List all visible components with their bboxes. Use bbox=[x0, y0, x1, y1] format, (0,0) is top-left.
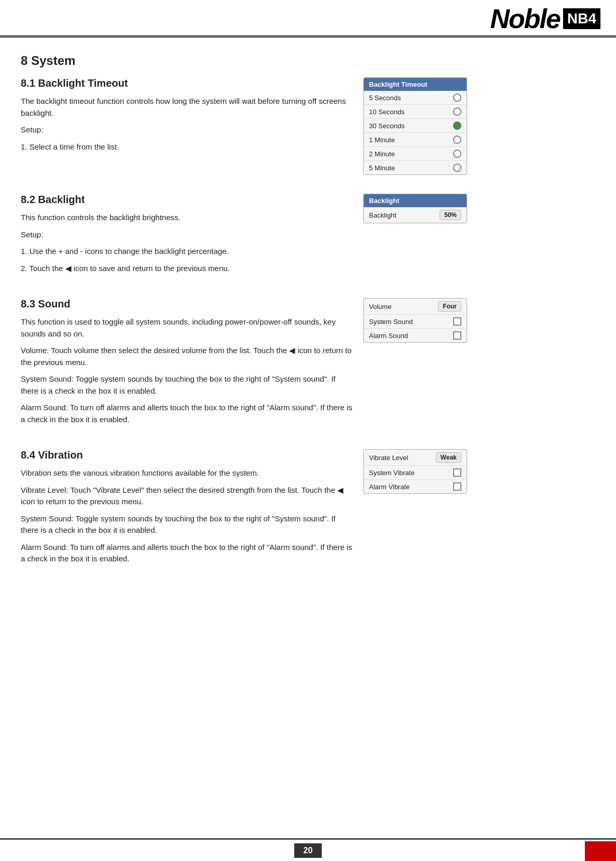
section-text-vibration: 8.4 Vibration Vibration sets the various… bbox=[21, 449, 353, 570]
widget-row-30sec[interactable]: 30 Seconds bbox=[364, 119, 467, 133]
widget-sound: Volume Four System Sound Alarm Sound bbox=[363, 298, 467, 343]
widget-row-label: 2 Minute bbox=[369, 150, 395, 158]
widget-panel-backlight-timeout: Backlight Timeout 5 Seconds 10 Seconds 3… bbox=[363, 77, 467, 175]
widget-row-label: Vibrate Level bbox=[369, 454, 408, 462]
section-title-backlight-timeout: 8.1 Backlight Timeout bbox=[21, 77, 353, 89]
section-para-1: Volume: Touch volume then select the des… bbox=[21, 345, 353, 368]
section-para-2: System Sound: Toggle system sounds by to… bbox=[21, 513, 353, 536]
widget-row-vibrate-level[interactable]: Vibrate Level Weak bbox=[364, 450, 467, 466]
widget-row-10sec[interactable]: 10 Seconds bbox=[364, 105, 467, 119]
section-para-0: This function is used to toggle all syst… bbox=[21, 316, 353, 340]
widget-header-backlight: Backlight bbox=[364, 194, 467, 207]
section-para-3: 2. Touch the ◀ icon to save and return t… bbox=[21, 263, 353, 275]
radio-5min[interactable] bbox=[453, 164, 461, 172]
widget-backlight-timeout: Backlight Timeout 5 Seconds 10 Seconds 3… bbox=[363, 77, 467, 175]
widget-row-label: System Vibrate bbox=[369, 469, 415, 477]
radio-30sec[interactable] bbox=[453, 122, 461, 130]
widget-row-label: 1 Minute bbox=[369, 136, 395, 144]
radio-2min[interactable] bbox=[453, 150, 461, 158]
section-title-backlight: 8.2 Backlight bbox=[21, 194, 353, 206]
widget-row-5min[interactable]: 5 Minute bbox=[364, 161, 467, 174]
radio-5sec[interactable] bbox=[453, 93, 461, 102]
section-backlight-timeout: 8.1 Backlight Timeout The backlight time… bbox=[21, 77, 595, 175]
widget-row-2min[interactable]: 2 Minute bbox=[364, 147, 467, 161]
section-para-2: 1. Select a time from the list. bbox=[21, 141, 353, 153]
section-para-0: The backlight timeout function controls … bbox=[21, 96, 353, 119]
section-para-0: This function controls the backlight bri… bbox=[21, 212, 353, 224]
section-text-backlight: 8.2 Backlight This function controls the… bbox=[21, 194, 353, 279]
widget-row-backlight-value[interactable]: Backlight 50% bbox=[364, 207, 467, 223]
widget-header-backlight-timeout: Backlight Timeout bbox=[364, 78, 467, 91]
widget-row-label: 5 Seconds bbox=[369, 94, 401, 102]
widget-row-label: Alarm Sound bbox=[369, 332, 408, 340]
page-number: 20 bbox=[294, 843, 322, 858]
widget-row-label: 10 Seconds bbox=[369, 108, 405, 116]
widget-row-system-vibrate[interactable]: System Vibrate bbox=[364, 466, 467, 480]
section-para-3: Alarm Sound: To turn off alarms and alle… bbox=[21, 542, 353, 565]
logo-noble: Noble bbox=[490, 5, 560, 32]
section-title-sound: 8.3 Sound bbox=[21, 298, 353, 310]
widget-backlight: Backlight Backlight 50% bbox=[363, 194, 467, 223]
section-para-2: System Sound: Toggle system sounds by to… bbox=[21, 373, 353, 397]
radio-1min[interactable] bbox=[453, 136, 461, 144]
section-para-1: Setup: bbox=[21, 229, 353, 241]
widget-row-label: System Sound bbox=[369, 318, 413, 326]
main-title: 8 System bbox=[21, 53, 595, 68]
section-text-backlight-timeout: 8.1 Backlight Timeout The backlight time… bbox=[21, 77, 353, 158]
logo-nb4: NB4 bbox=[563, 8, 600, 29]
footer-red-accent bbox=[585, 841, 616, 861]
vibrate-level-badge: Weak bbox=[436, 452, 461, 463]
widget-row-1min[interactable]: 1 Minute bbox=[364, 133, 467, 147]
alarm-vibrate-checkbox[interactable] bbox=[453, 482, 461, 491]
volume-value-badge: Four bbox=[438, 301, 461, 312]
section-vibration: 8.4 Vibration Vibration sets the various… bbox=[21, 449, 595, 570]
main-content: 8 System 8.1 Backlight Timeout The backl… bbox=[0, 38, 616, 610]
widget-row-volume[interactable]: Volume Four bbox=[364, 299, 467, 315]
widget-panel-backlight: Backlight Backlight 50% bbox=[363, 194, 467, 223]
section-para-1: Vibrate Level: Touch "Vibrate Level" the… bbox=[21, 485, 353, 508]
widget-row-label: Alarm Vibrate bbox=[369, 483, 410, 491]
section-backlight: 8.2 Backlight This function controls the… bbox=[21, 194, 595, 279]
widget-row-label: 30 Seconds bbox=[369, 122, 405, 130]
widget-vibration: Vibrate Level Weak System Vibrate Alarm … bbox=[363, 449, 467, 494]
section-para-0: Vibration sets the various vibration fun… bbox=[21, 467, 353, 479]
system-vibrate-checkbox[interactable] bbox=[453, 468, 461, 477]
backlight-value-badge: 50% bbox=[440, 210, 461, 220]
page-header: NobleNB4 bbox=[0, 0, 616, 37]
widget-row-system-sound[interactable]: System Sound bbox=[364, 315, 467, 329]
section-para-2: 1. Use the + and - icons to change the b… bbox=[21, 246, 353, 258]
footer: 20 bbox=[0, 838, 616, 861]
alarm-sound-checkbox[interactable] bbox=[453, 331, 461, 340]
widget-panel-vibration: Vibrate Level Weak System Vibrate Alarm … bbox=[363, 449, 467, 494]
widget-row-label: 5 Minute bbox=[369, 164, 395, 172]
section-text-sound: 8.3 Sound This function is used to toggl… bbox=[21, 298, 353, 430]
section-para-3: Alarm Sound: To turn off alarms and alle… bbox=[21, 402, 353, 425]
widget-row-label: Backlight bbox=[369, 211, 396, 219]
widget-row-5sec[interactable]: 5 Seconds bbox=[364, 91, 467, 105]
widget-row-label: Volume bbox=[369, 303, 391, 311]
section-title-vibration: 8.4 Vibration bbox=[21, 449, 353, 461]
widget-row-alarm-sound[interactable]: Alarm Sound bbox=[364, 329, 467, 342]
section-sound: 8.3 Sound This function is used to toggl… bbox=[21, 298, 595, 430]
widget-row-alarm-vibrate[interactable]: Alarm Vibrate bbox=[364, 480, 467, 493]
radio-10sec[interactable] bbox=[453, 107, 461, 116]
section-para-1: Setup: bbox=[21, 124, 353, 136]
widget-panel-sound: Volume Four System Sound Alarm Sound bbox=[363, 298, 467, 343]
system-sound-checkbox[interactable] bbox=[453, 317, 461, 326]
